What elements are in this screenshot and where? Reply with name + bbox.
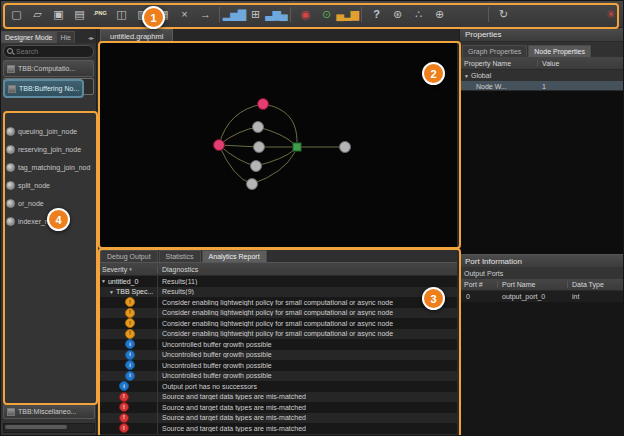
snapshot-icon[interactable]: ◫: [111, 4, 131, 24]
table-row[interactable]: ▼TBB Spec... Results(9): [98, 287, 457, 298]
column-property-name[interactable]: Property Name: [460, 60, 538, 67]
analytics-table-header: Severity▾ Diagnostics: [98, 262, 457, 276]
save-icon[interactable]: ▣: [48, 4, 68, 24]
search-box[interactable]: [3, 45, 94, 58]
open-folder-icon[interactable]: ▱: [27, 4, 47, 24]
table-row[interactable]: ! Consider enabling lightweight policy f…: [98, 318, 457, 329]
reload-analysis-icon[interactable]: ↻: [493, 4, 513, 24]
graph-node-gray[interactable]: [251, 161, 262, 172]
table-row[interactable]: ! Source and target data types are mis-m…: [98, 413, 457, 424]
node-type-icon: [6, 199, 15, 208]
column-data-type[interactable]: Data Type: [568, 281, 624, 288]
table-row[interactable]: i Uncontrolled buffer growth possible: [98, 371, 457, 382]
settings-icon[interactable]: ✳: [600, 4, 620, 24]
expander-icon[interactable]: ▼: [464, 73, 469, 79]
graph-node-pink[interactable]: [214, 140, 225, 151]
property-group-global[interactable]: ▼Global: [460, 70, 624, 81]
table-row[interactable]: ! Consider enabling lightweight policy f…: [98, 329, 457, 340]
group-label: Global: [471, 72, 491, 79]
table-row[interactable]: i Uncontrolled buffer growth possible: [98, 339, 457, 350]
column-severity[interactable]: Severity▾: [98, 266, 158, 273]
column-value[interactable]: Value: [538, 60, 624, 67]
delete-icon[interactable]: ×: [174, 4, 194, 24]
tab-graph-properties[interactable]: Graph Properties: [462, 45, 527, 57]
column-port-name[interactable]: Port Name: [498, 281, 568, 288]
column-diagnostics[interactable]: Diagnostics: [158, 266, 457, 273]
table-row[interactable]: ! Source and target data types are mis-m…: [98, 392, 457, 403]
palette-item-or-node[interactable]: or_node: [1, 194, 97, 212]
graph-canvas[interactable]: [98, 42, 457, 247]
table-row[interactable]: ! Consider enabling lightweight policy f…: [98, 297, 457, 308]
tab-statistics[interactable]: Statistics: [159, 250, 201, 262]
inspect-icon[interactable]: ⊙: [316, 4, 336, 24]
tab-node-properties[interactable]: Node Properties: [528, 45, 591, 57]
system-view-icon[interactable]: ⊞: [245, 4, 265, 24]
stats-chart-icon[interactable]: ▄▂▆: [337, 4, 357, 24]
search-input[interactable]: [16, 48, 80, 55]
open-folder-glyph: ▱: [33, 9, 40, 20]
palette-item-tag-matching-join-node[interactable]: tag_matching_join_nod: [1, 158, 97, 176]
table-row[interactable]: i Output port has no successors: [98, 381, 457, 392]
property-empty-area: [460, 90, 624, 255]
table-row[interactable]: ! Consider enabling lightweight policy f…: [98, 308, 457, 319]
network-glyph: ⊕: [435, 9, 443, 20]
help-icon[interactable]: ?: [366, 4, 386, 24]
tab-scroll-arrows[interactable]: ◂▸: [86, 32, 96, 43]
graph-node-green[interactable]: [293, 143, 301, 151]
table-row[interactable]: ▼untitled_0 Results(11): [98, 276, 457, 287]
tab-analytics-report[interactable]: Analytics Report: [202, 250, 267, 262]
graph-node-pink[interactable]: [258, 99, 269, 110]
annotation-number: 1: [150, 12, 156, 24]
export-png-icon[interactable]: .PNG: [90, 4, 110, 24]
export-icon[interactable]: →: [195, 4, 215, 24]
import-icon[interactable]: ▤: [69, 4, 89, 24]
table-row[interactable]: ! Source and target data types are mis-m…: [98, 423, 457, 434]
palette-item-split-node[interactable]: split_node: [1, 176, 97, 194]
record-trace-icon[interactable]: ◉: [295, 4, 315, 24]
column-port-number[interactable]: Port #: [460, 281, 498, 288]
tab-hierarchical[interactable]: Hie: [56, 31, 75, 43]
timeline-chart-icon[interactable]: ▂▅▇: [224, 4, 244, 24]
info-icon: i: [125, 360, 135, 370]
table-row[interactable]: ! Source and target data types are mis-m…: [98, 402, 457, 413]
topology-icon[interactable]: ⊛: [387, 4, 407, 24]
palette-group-computational[interactable]: TBB:Computatio...: [3, 60, 94, 77]
export-png-glyph: .PNG: [93, 11, 106, 17]
palette-group-miscellaneous[interactable]: TBB:Miscellaneo...: [3, 404, 95, 419]
property-value[interactable]: 1: [538, 83, 624, 90]
annotation-number: 2: [430, 68, 436, 80]
palette-item-queuing-join-node[interactable]: queuing_join_node: [1, 122, 97, 140]
property-name: Node W...: [476, 83, 507, 90]
tab-designer-mode[interactable]: Designer Mode: [1, 31, 56, 43]
graph-node-gray[interactable]: [340, 142, 351, 153]
graph-node-gray[interactable]: [253, 122, 264, 133]
expander-icon[interactable]: ▼: [109, 289, 114, 295]
graph-node-gray[interactable]: [254, 142, 265, 153]
palette-group-split-join[interactable]: TBB:Split/Join N...: [3, 78, 94, 95]
share-graph-glyph: ∴: [415, 9, 421, 20]
graph-edge: [219, 145, 256, 166]
network-icon[interactable]: ⊕: [429, 4, 449, 24]
item-label: split_node: [18, 182, 50, 189]
toolbar-separator: [219, 7, 220, 22]
table-row[interactable]: i Uncontrolled buffer growth possible: [98, 360, 457, 371]
warning-icon: !: [125, 329, 135, 339]
port-table-row[interactable]: 0 output_port_0 int: [460, 291, 624, 302]
sidebar-horizontal-scrollbar[interactable]: [3, 423, 95, 433]
tab-untitled-graphml[interactable]: untitled.graphml: [100, 29, 173, 43]
expander-icon[interactable]: ▼: [101, 278, 106, 284]
category-icon: [7, 83, 15, 91]
palette-item-reserving-join-node[interactable]: reserving_join_node: [1, 140, 97, 158]
new-file-icon[interactable]: ▢: [6, 4, 26, 24]
graph-node-gray[interactable]: [247, 179, 258, 190]
share-graph-icon[interactable]: ∴: [408, 4, 428, 24]
toolbar-separator: [290, 7, 291, 22]
histogram-icon[interactable]: ▃▆▄: [266, 4, 286, 24]
table-row[interactable]: i Uncontrolled buffer growth possible: [98, 350, 457, 361]
diagnostic-text: Consider enabling lightweight policy for…: [158, 309, 457, 316]
diagnostic-text: Uncontrolled buffer growth possible: [158, 372, 457, 379]
save-glyph: ▣: [53, 9, 62, 20]
tab-next-icon[interactable]: ▸: [91, 35, 94, 41]
scrollbar-thumb[interactable]: [5, 425, 67, 429]
tab-debug-output[interactable]: Debug Output: [100, 250, 158, 262]
